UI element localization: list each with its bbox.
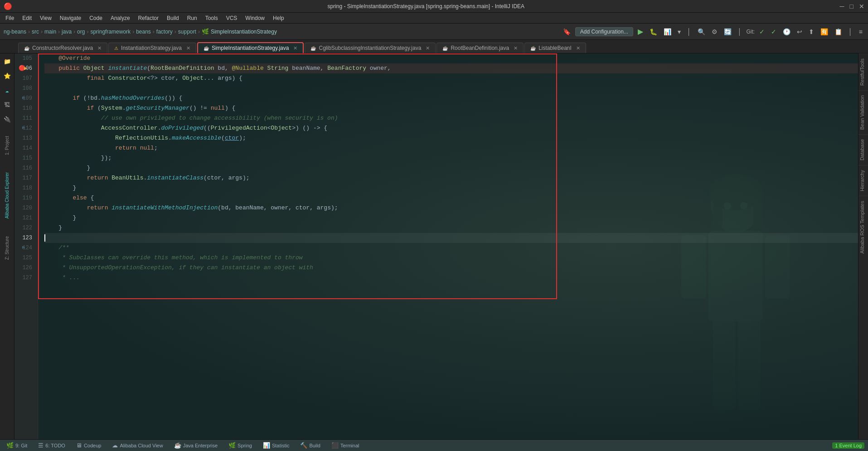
status-terminal[interactable]: ⬛ Terminal [329,441,362,449]
git-push[interactable]: ⬆ [807,27,816,36]
line-125: 125 [20,253,34,263]
tab-close-listable[interactable]: ✕ [576,45,580,51]
settings-icon[interactable]: ⚙ [710,27,719,36]
tab-cglib[interactable]: ☕ CglibSubclassingInstantiationStrategy.… [305,43,436,53]
tab-close-rootbean[interactable]: ✕ [514,45,518,51]
menu-run[interactable]: Run [184,14,201,22]
menu-code[interactable]: Code [86,14,106,22]
breadcrumb-main[interactable]: main [44,29,56,35]
tab-simple-instantiation[interactable]: ☕ SimpleInstantiationStrategy.java ✕ [197,42,304,53]
warn-icon: ⚠ [114,46,118,51]
java-icon-cglib: ☕ [310,46,316,51]
code-line-126: * UnsupportedOperationException, if they… [44,263,858,273]
code-content[interactable]: @Override public Object instantiate ( Ro… [38,53,858,439]
tab-close-instantiation[interactable]: ✕ [186,45,190,51]
tab-listable[interactable]: ☕ ListableBeanI ✕ [524,43,586,53]
line-115: 115 [20,153,34,163]
status-todo[interactable]: ☰ 6: TODO [35,441,68,449]
breadcrumb-java[interactable]: java [62,29,72,35]
menu-edit[interactable]: Edit [19,14,35,22]
search-everywhere-icon[interactable]: 🔍 [696,27,707,36]
tab-instantiation-strategy[interactable]: ⚠ InstantiationStrategy.java ✕ [108,43,196,53]
panel-structure-label[interactable]: Z: Structure [5,236,10,260]
menu-file[interactable]: File [2,14,18,22]
run-with-coverage-icon[interactable]: 📊 [662,27,673,36]
maximize-button[interactable]: □ [850,3,853,10]
title-bar-right[interactable]: ─ □ ✕ [840,3,864,10]
statistic-icon: 📊 [263,442,270,449]
menu-vcs[interactable]: VCS [223,14,241,22]
sidebar-cloud-icon[interactable]: ☁ [2,85,13,96]
database-panel[interactable]: Database [858,134,868,165]
tab-close-cglib[interactable]: ✕ [426,45,430,51]
breadcrumb-src[interactable]: src [32,29,39,35]
tab-rootbean[interactable]: ☕ RootBeanDefinition.java ✕ [436,43,524,53]
bookmark-icon[interactable]: 🔖 [561,27,572,36]
git-undo[interactable]: ↩ [795,27,804,36]
status-codeup[interactable]: 🖥 Codeup [73,441,104,449]
alibaba-ros-panel[interactable]: Alibaba ROS Templates [858,196,868,258]
title-bar-left: 🔴 [4,2,12,10]
sidebar-favorites-icon[interactable]: ⭐ [2,71,13,82]
git-clock[interactable]: 🕐 [781,27,792,36]
menu-tools[interactable]: Tools [202,14,222,22]
copy-icon[interactable]: 📋 [833,27,844,36]
breadcrumb-springframework[interactable]: springframework [90,29,131,35]
menu-build[interactable]: Build [163,14,183,22]
code-line-117: return BeanUtils . instantiateClass (cto… [44,173,858,183]
menu-help[interactable]: Help [269,14,288,22]
git-checkmark1[interactable]: ✓ [757,27,766,36]
tab-close-simple[interactable]: ✕ [293,45,297,51]
breadcrumb-support[interactable]: support [178,29,196,35]
code-editor[interactable]: @Override public Object instantiate ( Ro… [38,53,858,283]
menu-navigate[interactable]: Navigate [56,14,85,22]
build-icon: 🔨 [300,442,307,449]
breadcrumb-ng-beans[interactable]: ng-beans [4,29,26,35]
tab-close-constructor[interactable]: ✕ [97,45,102,51]
status-build[interactable]: 🔨 Build [297,441,323,449]
line-124: ⊳ 124 [20,243,34,253]
code-line-119: else { [44,193,858,203]
git-checkmark2[interactable]: ✓ [769,27,778,36]
hierarchy-panel[interactable]: Hierarchy [858,165,868,196]
minimize-button[interactable]: ─ [840,3,844,10]
menu-window[interactable]: Window [242,14,268,22]
add-config-button[interactable]: Add Configuration... [575,27,633,36]
line-123: 123 [20,233,34,243]
close-button[interactable]: ✕ [859,3,864,10]
sidebar-project-icon[interactable]: 📁 [2,56,13,67]
code-line-108 [44,83,858,93]
restful-tools-panel[interactable]: RestfulTools [858,53,868,90]
status-spring[interactable]: 🌿 Spring [226,441,255,449]
debug-icon[interactable]: 🐛 [648,27,659,36]
panel-cloud-label[interactable]: Alibaba Cloud Explorer [5,172,10,218]
tab-label-rootbean: RootBeanDefinition.java [451,45,509,51]
status-git[interactable]: 🌿 9: Git [4,441,30,449]
sidebar-plugins-icon[interactable]: 🔌 [2,114,13,125]
code-line-127: * ... [44,273,858,283]
status-cloud-view[interactable]: ☁ Alibaba Cloud View [109,441,165,449]
translate-icon[interactable]: 🈶 [819,27,830,36]
more-run-icon[interactable]: ▾ [676,27,683,36]
status-statistic[interactable]: 📊 Statistic [260,441,292,449]
menu-analyze[interactable]: Analyze [107,14,134,22]
panel-project-label[interactable]: 1: Project [5,136,10,155]
breadcrumb-beans[interactable]: beans [136,29,151,35]
menu-view[interactable]: View [36,14,55,22]
tab-label: ConstructorResolver.java [32,45,93,51]
run-icon[interactable]: ▶ [636,26,645,37]
bean-validation-panel[interactable]: Bean Validation [858,90,868,134]
status-spring-label: Spring [238,443,252,448]
breadcrumb-class[interactable]: SimpleInstantiationStrategy [211,29,277,35]
more-icon[interactable]: ≡ [857,27,864,36]
breadcrumb-factory[interactable]: factory [156,29,173,35]
vcs-update-icon[interactable]: 🔄 [722,27,733,36]
divider3: │ [847,27,854,36]
status-event-log[interactable]: 1 Event Log [832,442,864,449]
menu-bar: File Edit View Navigate Code Analyze Ref… [0,13,868,24]
tab-constructor-resolver[interactable]: ☕ ConstructorResolver.java ✕ [18,43,107,53]
menu-refactor[interactable]: Refactor [135,14,162,22]
sidebar-structure-icon[interactable]: 🏗 [2,100,13,111]
status-java-enterprise[interactable]: ☕ Java Enterprise [171,441,220,449]
breadcrumb-org[interactable]: org [77,29,85,35]
